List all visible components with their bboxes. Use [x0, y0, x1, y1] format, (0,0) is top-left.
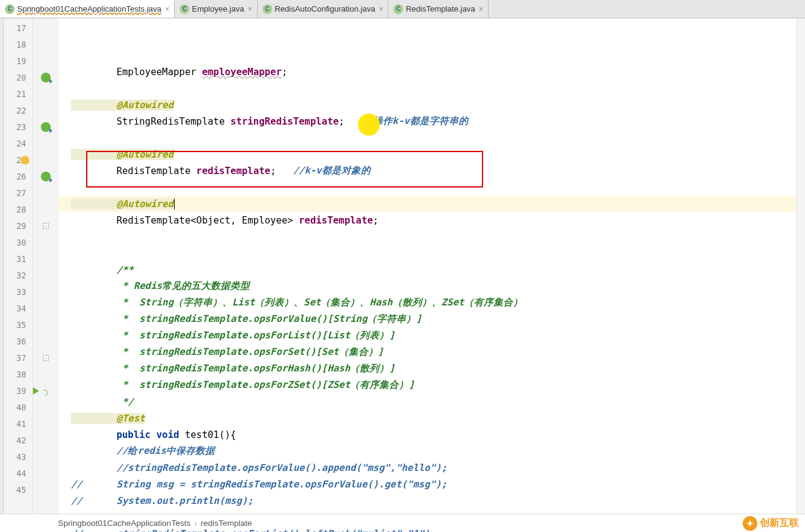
- code-line[interactable]: * String（字符串）、List（列表）、Set（集合）、Hash（散列）、…: [59, 294, 796, 311]
- code-line[interactable]: RedisTemplate redisTemplate; //k-v都是对象的: [59, 162, 796, 179]
- fold-icon[interactable]: −: [43, 223, 49, 229]
- token: */: [71, 396, 134, 407]
- token: * stringRedisTemplate.opsForHash()[Hash（…: [71, 362, 395, 375]
- token: redisTemplate: [299, 215, 373, 226]
- gutter-icon-row: [33, 267, 59, 283]
- token: //给redis中保存数据: [71, 445, 215, 457]
- line-number: 31: [4, 250, 32, 267]
- line-number: 39: [4, 382, 32, 399]
- line-number: 19: [4, 53, 32, 69]
- marker-bar: [796, 18, 805, 514]
- code-line[interactable]: [59, 129, 796, 146]
- line-number: 34: [4, 300, 32, 316]
- line-number: 28: [4, 201, 32, 217]
- token: RedisTemplate: [71, 166, 196, 177]
- tab-label: Employee.java: [192, 4, 244, 13]
- token: * Redis常见的五大数据类型: [71, 280, 250, 293]
- tab-label: Springboot01CacheApplicationTests.java: [17, 4, 161, 13]
- token: employeeMapper: [202, 67, 282, 78]
- tab-label: RedisAutoConfiguration.java: [275, 4, 376, 13]
- token: //操作k-v都是字符串的: [362, 115, 468, 128]
- code-line[interactable]: */: [59, 393, 796, 410]
- code-line[interactable]: * stringRedisTemplate.opsForZSet()[ZSet（…: [59, 377, 796, 393]
- watermark-icon: ✦: [743, 516, 757, 531]
- code-line[interactable]: RedisTemplate<Object, Employee> redisTem…: [59, 212, 796, 228]
- close-icon[interactable]: ×: [248, 5, 252, 13]
- token: ;: [271, 166, 293, 177]
- tab-springboot01cacheapplicationtests-java[interactable]: CSpringboot01CacheApplicationTests.java×: [0, 0, 175, 18]
- intention-bulb-icon[interactable]: [21, 156, 29, 164]
- tab-redisautoconfiguration-java[interactable]: CRedisAutoConfiguration.java×: [258, 0, 389, 18]
- code-line[interactable]: * stringRedisTemplate.opsForSet()[Set（集合…: [59, 344, 796, 360]
- code-line[interactable]: * Redis常见的五大数据类型: [59, 278, 796, 294]
- gutter-icon-row: [33, 481, 59, 498]
- code-line[interactable]: // System.out.println(msg);: [59, 492, 796, 509]
- gutter-icons: −−: [33, 18, 59, 514]
- token: StringRedisTemplate: [71, 116, 230, 127]
- gutter-icon-row: [33, 53, 59, 69]
- line-number: 43: [4, 448, 32, 465]
- run-test-icon[interactable]: [33, 387, 39, 395]
- code-line[interactable]: [59, 80, 796, 97]
- code-line[interactable]: /**: [59, 261, 796, 278]
- fold-icon[interactable]: −: [43, 355, 49, 361]
- code-line[interactable]: // stringRedisTemplate.opsForList().left…: [59, 525, 796, 532]
- code-line[interactable]: StringRedisTemplate stringRedisTemplate;…: [59, 113, 796, 129]
- code-line[interactable]: * stringRedisTemplate.opsForValue()[Stri…: [59, 311, 796, 327]
- code-line[interactable]: //stringRedisTemplate.opsForValue().appe…: [59, 459, 796, 476]
- token: @Test: [71, 413, 145, 424]
- code-line[interactable]: [59, 228, 796, 245]
- editor: 1718192021222324252627282930313233343536…: [0, 18, 805, 514]
- token: EmployeeMapper: [71, 67, 202, 78]
- gutter-icon-row: [33, 283, 59, 300]
- code-line[interactable]: // String msg = stringRedisTemplate.opsF…: [59, 476, 796, 492]
- line-number: 18: [4, 36, 32, 53]
- line-number: 23: [4, 118, 32, 135]
- line-number: 37: [4, 349, 32, 366]
- code-line[interactable]: @Autowired: [59, 146, 796, 162]
- token: stringRedisTemplate: [230, 116, 338, 127]
- line-number: 42: [4, 432, 32, 448]
- line-number: 32: [4, 267, 32, 283]
- gutter-icon-row: [33, 135, 59, 151]
- close-icon[interactable]: ×: [479, 5, 483, 13]
- code-area[interactable]: EmployeeMapper employeeMapper; @Autowire…: [59, 18, 796, 514]
- code-line[interactable]: @Test: [59, 410, 796, 426]
- token: ;: [282, 67, 287, 78]
- spring-bean-icon[interactable]: [41, 172, 51, 181]
- code-line[interactable]: [59, 245, 796, 261]
- token: test01(){: [179, 429, 236, 440]
- gutter-icon-row: −: [33, 349, 59, 366]
- code-line[interactable]: [59, 509, 796, 525]
- code-line[interactable]: * stringRedisTemplate.opsForList()[List（…: [59, 327, 796, 344]
- spring-bean-icon[interactable]: [41, 73, 51, 82]
- tab-redistemplate-java[interactable]: CRedisTemplate.java×: [388, 0, 488, 18]
- spring-bean-icon[interactable]: [41, 122, 51, 132]
- code-line[interactable]: @Autowired: [59, 195, 796, 212]
- token: @Autowired: [71, 100, 173, 111]
- line-number-gutter: 1718192021222324252627282930313233343536…: [4, 18, 33, 514]
- gutter-icon-row: [33, 36, 59, 53]
- code-line[interactable]: @Autowired: [59, 97, 796, 113]
- code-line[interactable]: //给redis中保存数据: [59, 443, 796, 459]
- class-icon: C: [5, 4, 15, 14]
- gutter-icon-row: [33, 69, 59, 86]
- tab-employee-java[interactable]: CEmployee.java×: [175, 0, 257, 18]
- close-icon[interactable]: ×: [379, 5, 383, 13]
- gutter-icon-row: [33, 382, 59, 399]
- gutter-icon-row: [33, 366, 59, 382]
- token: @Autowired: [71, 149, 173, 160]
- close-icon[interactable]: ×: [165, 5, 169, 13]
- line-number: 45: [4, 481, 32, 498]
- token: @Autowired: [71, 199, 173, 210]
- line-number: 29: [4, 217, 32, 234]
- gutter-icon-row: [33, 399, 59, 415]
- code-line[interactable]: * stringRedisTemplate.opsForHash()[Hash（…: [59, 360, 796, 377]
- code-line[interactable]: public void test01(){: [59, 426, 796, 443]
- gutter-icon-row: [33, 415, 59, 432]
- code-line[interactable]: [59, 179, 796, 195]
- line-number: 21: [4, 86, 32, 102]
- code-line[interactable]: EmployeeMapper employeeMapper;: [59, 64, 796, 80]
- class-icon: C: [263, 4, 272, 14]
- token: RedisTemplate<Object, Employee>: [71, 215, 299, 226]
